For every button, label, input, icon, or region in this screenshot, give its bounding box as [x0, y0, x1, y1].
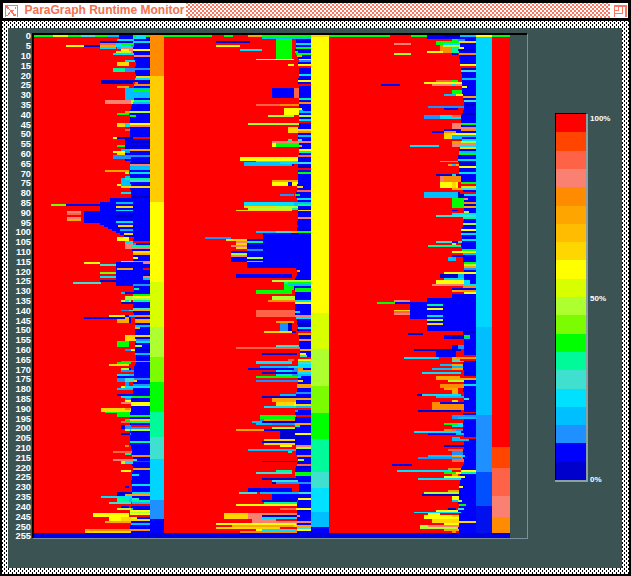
- svg-text:240: 240: [15, 502, 31, 512]
- svg-text:90: 90: [21, 208, 31, 218]
- svg-text:190: 190: [15, 404, 31, 414]
- svg-text:140: 140: [15, 306, 31, 316]
- svg-text:10: 10: [21, 51, 31, 61]
- svg-text:65: 65: [21, 159, 31, 169]
- svg-text:85: 85: [21, 198, 31, 208]
- svg-text:125: 125: [15, 276, 31, 286]
- svg-text:110: 110: [16, 247, 31, 257]
- svg-text:135: 135: [15, 296, 31, 306]
- svg-text:200: 200: [15, 423, 31, 433]
- svg-text:55: 55: [21, 139, 31, 149]
- svg-text:60: 60: [21, 149, 31, 159]
- svg-text:30: 30: [21, 90, 31, 100]
- svg-text:50%: 50%: [590, 294, 606, 303]
- svg-text:0: 0: [26, 31, 31, 41]
- svg-text:130: 130: [15, 286, 31, 296]
- svg-text:70: 70: [21, 169, 31, 179]
- svg-text:255: 255: [15, 531, 31, 541]
- svg-text:45: 45: [21, 120, 31, 130]
- svg-text:80: 80: [21, 188, 31, 198]
- svg-text:160: 160: [15, 345, 31, 355]
- svg-text:120: 120: [15, 267, 31, 277]
- svg-text:100%: 100%: [590, 114, 610, 123]
- svg-text:250: 250: [15, 522, 31, 532]
- svg-text:115: 115: [16, 257, 31, 267]
- svg-text:50: 50: [21, 129, 31, 139]
- svg-text:5: 5: [26, 41, 31, 51]
- svg-text:210: 210: [15, 443, 31, 453]
- svg-text:95: 95: [21, 218, 31, 228]
- svg-text:75: 75: [21, 178, 31, 188]
- svg-text:225: 225: [15, 472, 31, 482]
- svg-text:215: 215: [15, 453, 31, 463]
- svg-text:145: 145: [15, 316, 31, 326]
- svg-text:230: 230: [15, 482, 31, 492]
- svg-text:25: 25: [21, 80, 31, 90]
- svg-text:155: 155: [15, 335, 31, 345]
- svg-text:185: 185: [15, 394, 31, 404]
- svg-text:150: 150: [15, 325, 31, 335]
- svg-text:175: 175: [15, 374, 31, 384]
- svg-text:165: 165: [15, 355, 31, 365]
- svg-text:100: 100: [15, 227, 31, 237]
- svg-text:170: 170: [15, 365, 31, 375]
- svg-text:235: 235: [15, 492, 31, 502]
- svg-text:105: 105: [15, 237, 31, 247]
- svg-text:220: 220: [15, 463, 31, 473]
- svg-text:245: 245: [15, 512, 31, 522]
- svg-text:205: 205: [15, 433, 31, 443]
- svg-text:15: 15: [21, 61, 31, 71]
- svg-text:0%: 0%: [590, 475, 602, 484]
- svg-text:40: 40: [21, 110, 31, 120]
- svg-text:20: 20: [21, 71, 31, 81]
- svg-text:35: 35: [21, 100, 31, 110]
- svg-text:195: 195: [15, 414, 31, 424]
- svg-text:180: 180: [15, 384, 31, 394]
- svg-text:ParaGraph Runtime Monitor: ParaGraph Runtime Monitor: [25, 3, 185, 17]
